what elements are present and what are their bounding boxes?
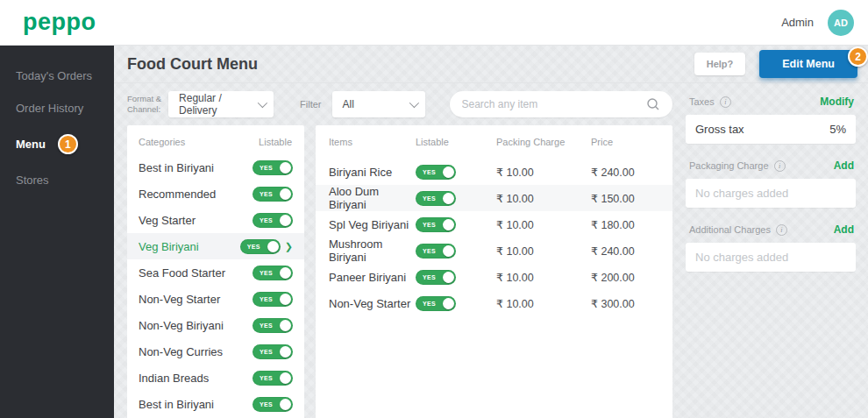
categories-panel: Categories Listable Best in Biriyani YES… bbox=[127, 125, 304, 418]
filter-label: Filter bbox=[300, 99, 321, 110]
help-button[interactable]: Help? bbox=[694, 53, 746, 75]
edit-menu-button[interactable]: Edit Menu bbox=[759, 50, 857, 78]
category-row[interactable]: Veg Starter YES bbox=[127, 207, 304, 233]
sidebar-item-menu[interactable]: Menu 1 bbox=[0, 124, 114, 164]
listable-toggle[interactable]: YES bbox=[416, 296, 456, 311]
packaging-charge-label: Packaging Charge bbox=[689, 160, 769, 171]
listable-toggle[interactable]: YES bbox=[240, 239, 281, 254]
sidebar-item-stores[interactable]: Stores bbox=[0, 164, 114, 196]
category-row[interactable]: Indian Breads YES bbox=[127, 365, 304, 391]
filter-dropdown[interactable]: All bbox=[332, 91, 425, 117]
listable-toggle[interactable]: YES bbox=[416, 270, 456, 285]
additional-charges-empty: No charges added bbox=[686, 243, 856, 272]
listable-toggle[interactable]: YES bbox=[253, 344, 293, 359]
listable-column-header: Listable bbox=[416, 137, 496, 147]
step-badge-1: 1 bbox=[58, 134, 78, 154]
taxes-label: Taxes bbox=[689, 96, 715, 107]
table-row: Mushroom Biriyani YES ₹ 10.00 ₹ 240.00 bbox=[316, 237, 672, 264]
sidebar: Today's Orders Order History Menu 1 Stor… bbox=[0, 46, 114, 418]
category-row[interactable]: Recommended YES bbox=[127, 181, 304, 207]
peppo-logo: peppo bbox=[23, 9, 96, 36]
listable-toggle[interactable]: YES bbox=[416, 165, 456, 180]
category-row[interactable]: Best in Biriyani YES bbox=[127, 154, 304, 181]
listable-toggle[interactable]: YES bbox=[253, 318, 293, 333]
listable-toggle[interactable]: YES bbox=[253, 371, 293, 386]
categories-column-header: Categories bbox=[139, 137, 185, 147]
add-packaging-charge-link[interactable]: Add bbox=[834, 159, 854, 172]
packing-charge-column-header: Packing Charge bbox=[496, 137, 591, 147]
listable-toggle[interactable]: YES bbox=[416, 217, 456, 232]
listable-toggle[interactable]: YES bbox=[253, 266, 293, 280]
listable-toggle[interactable]: YES bbox=[253, 160, 293, 175]
admin-menu-label[interactable]: Admin bbox=[781, 16, 814, 29]
category-row-selected[interactable]: Veg Biriyani YES ❯ bbox=[127, 233, 304, 259]
avatar[interactable]: AD bbox=[828, 10, 854, 36]
price-column-header: Price bbox=[591, 137, 659, 147]
step-badge-2: 2 bbox=[848, 46, 868, 67]
search-icon bbox=[646, 97, 660, 111]
category-row[interactable]: Non-Veg Curries YES bbox=[127, 338, 304, 365]
info-icon[interactable]: i bbox=[774, 160, 786, 172]
chevron-down-icon bbox=[258, 98, 267, 108]
category-row[interactable]: Best in Biriyani YES bbox=[127, 391, 304, 417]
packaging-charge-empty: No charges added bbox=[686, 179, 856, 208]
search-input[interactable] bbox=[462, 98, 646, 110]
category-row[interactable]: Non-Veg Starter YES bbox=[127, 286, 304, 312]
items-panel: Items Listable Packing Charge Price Biri… bbox=[316, 125, 672, 418]
listable-toggle[interactable]: YES bbox=[253, 213, 293, 228]
chevron-right-icon: ❯ bbox=[285, 241, 293, 252]
page-header: Food Court Menu Help? Edit Menu 2 bbox=[114, 46, 868, 83]
search-bar[interactable] bbox=[450, 91, 672, 117]
additional-charges-label: Additional Charges bbox=[689, 224, 771, 235]
listable-toggle[interactable]: YES bbox=[253, 187, 293, 202]
add-additional-charge-link[interactable]: Add bbox=[834, 223, 854, 236]
info-icon[interactable]: i bbox=[776, 224, 787, 236]
chevron-down-icon bbox=[409, 98, 418, 108]
info-icon[interactable]: i bbox=[720, 96, 731, 108]
modify-taxes-link[interactable]: Modify bbox=[820, 96, 854, 108]
tax-row: Gross tax 5% bbox=[686, 115, 856, 144]
charges-panel: Taxes i Modify Gross tax 5% Packaging Ch… bbox=[684, 83, 859, 418]
listable-column-header: Listable bbox=[259, 137, 292, 147]
category-row[interactable]: Sea Food Starter YES bbox=[127, 259, 304, 286]
items-column-header: Items bbox=[329, 137, 416, 147]
table-row: Biriyani Rice YES ₹ 10.00 ₹ 240.00 bbox=[316, 159, 672, 185]
tax-value: 5% bbox=[829, 123, 846, 136]
listable-toggle[interactable]: YES bbox=[253, 292, 293, 307]
format-channel-label: Format & Channel: bbox=[127, 94, 161, 115]
tax-name: Gross tax bbox=[695, 123, 829, 136]
listable-toggle[interactable]: YES bbox=[253, 397, 293, 412]
format-channel-dropdown[interactable]: Regular / Delivery bbox=[168, 91, 274, 117]
top-bar: peppo Admin AD bbox=[0, 0, 868, 46]
table-row: Spl Veg Biriyani YES ₹ 10.00 ₹ 180.00 bbox=[316, 211, 672, 237]
sidebar-item-order-history[interactable]: Order History bbox=[0, 92, 114, 124]
listable-toggle[interactable]: YES bbox=[416, 244, 456, 259]
filter-row: Format & Channel: Regular / Delivery Fil… bbox=[127, 83, 672, 125]
table-row: Aloo Dum Biriyani YES ₹ 10.00 ₹ 150.00 bbox=[316, 185, 672, 211]
table-row: Non-Veg Starter YES ₹ 10.00 ₹ 300.00 bbox=[316, 290, 672, 316]
listable-toggle[interactable]: YES bbox=[416, 191, 456, 206]
table-row: Paneer Biriyani YES ₹ 10.00 ₹ 200.00 bbox=[316, 264, 672, 290]
category-row[interactable]: Non-Veg Biriyani YES bbox=[127, 312, 304, 338]
sidebar-item-todays-orders[interactable]: Today's Orders bbox=[0, 60, 114, 92]
page-title: Food Court Menu bbox=[127, 55, 258, 74]
